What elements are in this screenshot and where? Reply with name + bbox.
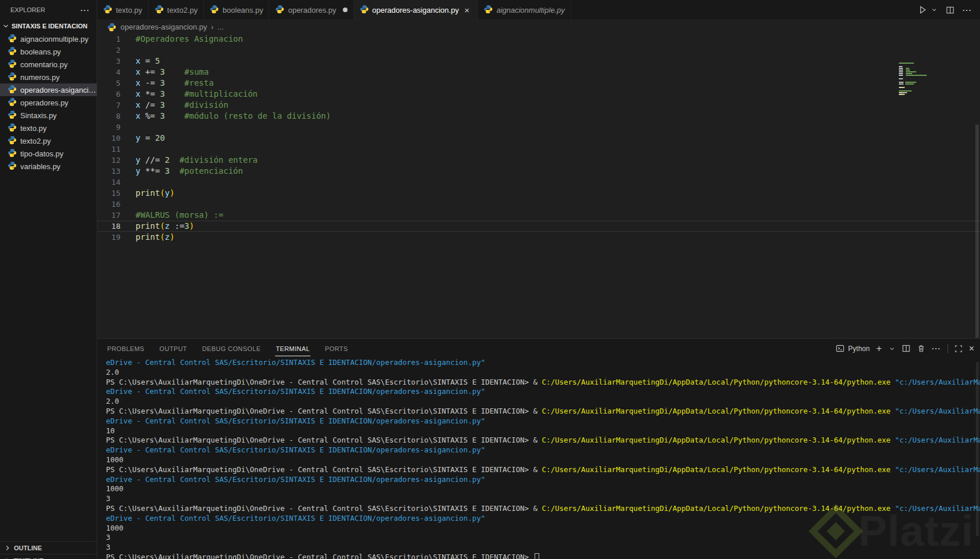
code-line[interactable]: 10y = 20	[97, 133, 980, 144]
python-file-icon	[103, 5, 112, 16]
code-line[interactable]: 9	[97, 122, 980, 133]
run-dropdown-icon[interactable]	[931, 6, 938, 13]
line-number[interactable]: 17	[97, 210, 120, 221]
code-line[interactable]: 6x *= 3 #multiplicación	[97, 89, 980, 100]
code-line[interactable]: 8x %= 3 #módulo (resto de la división)	[97, 111, 980, 122]
close-panel-icon[interactable]: ×	[969, 344, 974, 354]
terminal-profile[interactable]: Python	[836, 344, 869, 353]
terminal-line: eDrive - Central Control SAS/Escritorio/…	[106, 416, 980, 426]
file-item[interactable]: texto.py	[0, 122, 97, 134]
timeline-section-header[interactable]: TIMELINE	[0, 554, 97, 559]
minimap-line	[899, 92, 948, 93]
maximize-panel-button[interactable]	[955, 345, 963, 353]
explorer-more-actions-icon[interactable]: ···	[81, 6, 90, 14]
terminal-output[interactable]: eDrive - Central Control SAS/Escritorio/…	[97, 358, 980, 559]
code-lines: 1#Operadores Asignacion23x = 54x += 3 #s…	[97, 34, 980, 243]
panel-tabs: PROBLEMSOUTPUTDEBUG CONSOLETERMINALPORTS	[107, 341, 363, 356]
tab-label: texto.py	[116, 6, 142, 14]
terminal-line: 2.0	[106, 368, 980, 378]
code-line[interactable]: 4x += 3 #suma	[97, 67, 980, 78]
breadcrumb-more[interactable]: ...	[218, 23, 224, 31]
panel-tab-terminal[interactable]: TERMINAL	[275, 341, 310, 356]
code-line[interactable]: 12y //= 2 #división entera	[97, 155, 980, 166]
line-number[interactable]: 14	[97, 177, 120, 188]
tab[interactable]: texto2.py	[149, 0, 204, 20]
terminal-scrollbar[interactable]	[976, 362, 979, 536]
line-number[interactable]: 1	[97, 34, 120, 45]
outline-section-header[interactable]: OUTLINE	[0, 541, 97, 554]
python-file-icon	[8, 97, 17, 108]
line-number[interactable]: 19	[97, 232, 120, 243]
line-number[interactable]: 15	[97, 188, 120, 199]
tab[interactable]: aignacionmultiple.py	[478, 0, 571, 20]
file-item[interactable]: operadores.py	[0, 96, 97, 109]
code-line[interactable]: 19print(z)	[97, 232, 980, 243]
file-item[interactable]: tipo-datos.py	[0, 147, 97, 160]
breadcrumb-file[interactable]: operadores-asigancion.py	[120, 23, 207, 31]
code-line[interactable]: 2	[97, 45, 980, 56]
tab[interactable]: operadores-asigancion.py×	[354, 0, 478, 20]
panel-tab-output[interactable]: OUTPUT	[159, 341, 188, 356]
code-line[interactable]: 3x = 5	[97, 56, 980, 67]
code-editor[interactable]: 1#Operadores Asignacion23x = 54x += 3 #s…	[97, 34, 980, 338]
line-number[interactable]: 16	[97, 199, 120, 210]
python-file-icon	[8, 148, 17, 159]
split-editor-button[interactable]	[946, 6, 955, 14]
tab[interactable]: texto.py	[97, 0, 149, 20]
tab[interactable]: booleans.py	[204, 0, 269, 20]
line-text: x += 3 #suma	[136, 67, 209, 78]
line-number[interactable]: 5	[97, 78, 120, 89]
code-line[interactable]: 18print(z :=3)	[97, 221, 980, 232]
split-terminal-button[interactable]	[902, 344, 910, 353]
terminal-more-actions-icon[interactable]: ···	[932, 344, 941, 353]
line-number[interactable]: 18	[97, 221, 120, 232]
line-number[interactable]: 9	[97, 122, 120, 133]
file-name: tipo-datos.py	[20, 149, 97, 158]
minimap[interactable]	[899, 63, 948, 96]
line-number[interactable]: 13	[97, 166, 120, 177]
line-number[interactable]: 11	[97, 144, 120, 155]
file-item[interactable]: booleans.py	[0, 45, 97, 58]
run-button[interactable]	[918, 5, 927, 14]
code-line[interactable]: 17#WALRUS (morsa) :=	[97, 210, 980, 221]
line-number[interactable]: 12	[97, 155, 120, 166]
code-line[interactable]: 16	[97, 199, 980, 210]
code-line[interactable]: 15print(y)	[97, 188, 980, 199]
line-number[interactable]: 6	[97, 89, 120, 100]
kill-terminal-button[interactable]	[917, 344, 926, 353]
code-line[interactable]: 13y **= 3 #potenciación	[97, 166, 980, 177]
line-number[interactable]: 2	[97, 45, 120, 56]
file-item[interactable]: aignacionmultiple.py	[0, 32, 97, 45]
line-number[interactable]: 8	[97, 111, 120, 122]
unsaved-dot-icon[interactable]	[343, 8, 348, 12]
code-line[interactable]: 1#Operadores Asignacion	[97, 34, 980, 45]
file-item[interactable]: operadores-asigancion.py	[0, 83, 97, 96]
python-file-icon	[8, 123, 17, 134]
code-line[interactable]: 5x -= 3 #resta	[97, 78, 980, 89]
file-item[interactable]: comentario.py	[0, 58, 97, 71]
close-icon[interactable]: ×	[462, 5, 471, 15]
panel-tab-problems[interactable]: PROBLEMS	[107, 341, 145, 356]
tabs: texto.pytexto2.pybooleans.pyoperadores.p…	[97, 0, 571, 20]
minimap-line	[899, 80, 948, 81]
editor-scrollbar[interactable]	[975, 125, 979, 338]
code-line[interactable]: 7x /= 3 #división	[97, 100, 980, 111]
line-number[interactable]: 3	[97, 56, 120, 67]
editor-more-actions-icon[interactable]: ···	[963, 6, 972, 14]
file-item[interactable]: texto2.py	[0, 134, 97, 147]
panel-tab-ports[interactable]: PORTS	[324, 341, 349, 356]
file-item[interactable]: variables.py	[0, 160, 97, 173]
code-line[interactable]: 11	[97, 144, 980, 155]
breadcrumb[interactable]: operadores-asigancion.py › ...	[97, 20, 980, 34]
file-item[interactable]: Sintaxis.py	[0, 109, 97, 122]
panel-tab-debug-console[interactable]: DEBUG CONSOLE	[202, 341, 261, 356]
explorer-section-header[interactable]: SINTAXIS E IDENTACION	[0, 20, 97, 32]
terminal-profile-dropdown-icon[interactable]	[888, 345, 895, 352]
tab[interactable]: operadores.py	[269, 0, 353, 20]
line-number[interactable]: 4	[97, 67, 120, 78]
file-item[interactable]: numeros.py	[0, 71, 97, 83]
code-line[interactable]: 14	[97, 177, 980, 188]
line-number[interactable]: 10	[97, 133, 120, 144]
new-terminal-button[interactable]: +	[876, 345, 882, 353]
line-number[interactable]: 7	[97, 100, 120, 111]
